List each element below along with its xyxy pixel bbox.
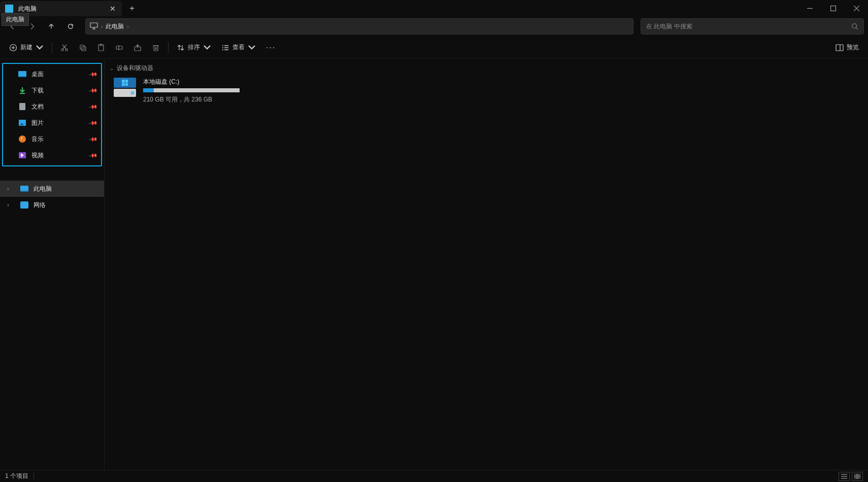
paste-icon bbox=[97, 44, 105, 52]
sidebar-item-label: 下载 bbox=[31, 86, 44, 95]
view-icon bbox=[221, 44, 229, 52]
cut-icon bbox=[60, 44, 69, 52]
sidebar-item-label: 此电脑 bbox=[34, 185, 52, 193]
breadcrumb-location[interactable]: 此电脑 bbox=[106, 22, 124, 31]
copy-button[interactable] bbox=[74, 40, 92, 56]
group-header-devices[interactable]: ⌄ 设备和驱动器 bbox=[107, 62, 866, 75]
sort-label: 排序 bbox=[188, 43, 200, 52]
delete-button[interactable] bbox=[147, 40, 165, 56]
maximize-button[interactable] bbox=[821, 0, 845, 16]
rename-button[interactable] bbox=[110, 40, 128, 56]
title-bar: 此电脑 ✕ ＋ bbox=[0, 0, 868, 16]
document-icon bbox=[18, 102, 26, 111]
new-label: 新建 bbox=[20, 43, 32, 52]
preview-label: 预览 bbox=[847, 43, 859, 52]
address-bar[interactable]: › 此电脑 › bbox=[85, 18, 633, 35]
chevron-down-icon: ⌄ bbox=[110, 65, 114, 71]
svg-point-12 bbox=[61, 49, 63, 51]
cut-button[interactable] bbox=[55, 40, 74, 56]
search-input[interactable] bbox=[646, 23, 851, 30]
refresh-button[interactable] bbox=[62, 18, 79, 35]
drive-capacity: 210 GB 可用，共 236 GB bbox=[143, 95, 343, 104]
chevron-right-icon[interactable]: › bbox=[7, 201, 13, 209]
svg-rect-17 bbox=[82, 47, 86, 51]
svg-point-13 bbox=[65, 49, 68, 51]
up-button[interactable] bbox=[43, 18, 60, 35]
svg-rect-41 bbox=[858, 477, 860, 479]
chevron-down-icon bbox=[248, 44, 256, 52]
details-view-button[interactable] bbox=[839, 472, 850, 481]
content-area[interactable]: ⌄ 设备和驱动器 本地磁盘 (C:) 210 GB 可用，共 236 GB bbox=[105, 59, 868, 470]
tab-tooltip: 此电脑 bbox=[2, 13, 29, 26]
sidebar-item-videos[interactable]: 视频 📌 bbox=[3, 147, 101, 163]
sidebar-item-documents[interactable]: 文档 📌 bbox=[3, 98, 101, 115]
status-bar: 1 个项目 bbox=[0, 470, 868, 482]
pin-icon: 📌 bbox=[88, 102, 98, 112]
sidebar-item-pictures[interactable]: 图片 📌 bbox=[3, 115, 101, 131]
sidebar-item-label: 视频 bbox=[31, 151, 44, 160]
address-row: › 此电脑 › bbox=[0, 16, 868, 37]
pin-icon: 📌 bbox=[88, 151, 98, 160]
more-button[interactable]: ··· bbox=[261, 40, 281, 56]
pin-icon: 📌 bbox=[88, 86, 98, 95]
drive-name: 本地磁盘 (C:) bbox=[143, 78, 343, 86]
plus-circle-icon bbox=[9, 44, 17, 52]
chevron-down-icon bbox=[36, 44, 44, 52]
preview-button[interactable]: 预览 bbox=[830, 40, 864, 56]
status-item-count: 1 个项目 bbox=[5, 472, 28, 480]
svg-rect-1 bbox=[830, 6, 836, 11]
new-button[interactable]: 新建 bbox=[4, 40, 49, 56]
close-tab-icon[interactable]: ✕ bbox=[109, 5, 117, 13]
pc-icon bbox=[20, 185, 28, 193]
chevron-right-icon[interactable]: › bbox=[7, 185, 13, 192]
sort-button[interactable]: 排序 bbox=[172, 40, 216, 56]
pin-icon: 📌 bbox=[88, 118, 98, 128]
group-header-label: 设备和驱动器 bbox=[117, 64, 153, 73]
sidebar: 桌面 📌 下载 📌 文档 📌 图片 📌 音乐 📌 bbox=[0, 59, 105, 470]
tiles-view-button[interactable] bbox=[852, 472, 863, 481]
sidebar-item-label: 图片 bbox=[31, 119, 44, 127]
svg-rect-16 bbox=[80, 45, 84, 49]
rename-icon bbox=[115, 44, 123, 52]
svg-point-7 bbox=[852, 24, 857, 28]
video-icon bbox=[18, 151, 26, 159]
copy-icon bbox=[79, 44, 87, 52]
chevron-right-icon[interactable]: › bbox=[101, 24, 103, 29]
sidebar-item-this-pc[interactable]: › 此电脑 bbox=[0, 181, 104, 197]
drive-item-c[interactable]: 本地磁盘 (C:) 210 GB 可用，共 236 GB bbox=[107, 75, 350, 107]
chevron-right-icon[interactable]: › bbox=[127, 24, 128, 29]
svg-rect-38 bbox=[854, 474, 857, 476]
pictures-icon bbox=[18, 119, 26, 127]
download-icon bbox=[18, 86, 26, 94]
sidebar-item-network[interactable]: › 网络 bbox=[0, 197, 104, 213]
svg-rect-23 bbox=[154, 46, 158, 51]
svg-line-15 bbox=[62, 45, 66, 49]
sidebar-item-label: 文档 bbox=[31, 102, 44, 111]
svg-line-8 bbox=[856, 28, 858, 30]
sidebar-item-downloads[interactable]: 下载 📌 bbox=[3, 82, 101, 98]
svg-rect-20 bbox=[116, 46, 122, 49]
new-tab-button[interactable]: ＋ bbox=[122, 0, 142, 16]
paste-button[interactable] bbox=[92, 40, 110, 56]
minimize-button[interactable] bbox=[798, 0, 821, 16]
desktop-icon bbox=[18, 70, 26, 78]
search-box[interactable] bbox=[641, 18, 864, 35]
sidebar-item-music[interactable]: 音乐 📌 bbox=[3, 131, 101, 147]
view-button[interactable]: 查看 bbox=[216, 40, 261, 56]
chevron-down-icon bbox=[203, 44, 211, 52]
svg-rect-39 bbox=[858, 474, 860, 476]
svg-rect-4 bbox=[90, 23, 97, 27]
share-icon bbox=[133, 44, 142, 52]
pin-icon: 📌 bbox=[88, 134, 98, 144]
svg-rect-40 bbox=[854, 477, 857, 479]
view-label: 查看 bbox=[232, 43, 245, 52]
sidebar-item-label: 网络 bbox=[34, 201, 46, 210]
tab-title: 此电脑 bbox=[18, 5, 109, 13]
sort-icon bbox=[177, 44, 185, 52]
close-window-button[interactable] bbox=[845, 0, 868, 16]
delete-icon bbox=[152, 44, 160, 52]
sidebar-item-desktop[interactable]: 桌面 📌 bbox=[3, 66, 101, 82]
search-icon bbox=[851, 23, 858, 30]
sidebar-item-label: 音乐 bbox=[31, 135, 44, 144]
share-button[interactable] bbox=[128, 40, 147, 56]
